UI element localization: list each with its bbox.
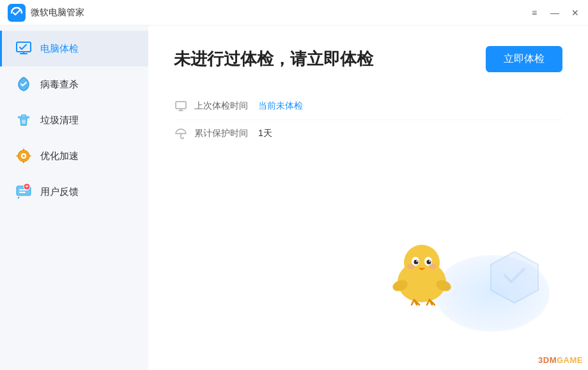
sidebar-item-label-computer-check: 电脑体检 [40, 43, 79, 55]
content-area: 未进行过体检，请立即体检 立即体检 上次体检时间 当前未体检 [148, 26, 588, 370]
sidebar-item-trash-clean[interactable]: 垃圾清理 [0, 102, 148, 138]
content-header: 未进行过体检，请立即体检 立即体检 [174, 46, 562, 72]
menu-button[interactable]: ≡ [529, 8, 539, 18]
svg-point-19 [429, 264, 437, 269]
svg-point-15 [427, 260, 431, 265]
title-bar-controls: ≡ — ✕ [529, 8, 580, 18]
feedback-icon [15, 183, 33, 201]
info-section: 上次体检时间 当前未体检 累计保护时间 1天 [174, 93, 562, 147]
virus-scan-icon [15, 75, 33, 93]
svg-point-14 [414, 260, 419, 265]
svg-point-18 [407, 264, 415, 269]
umbrella-icon [174, 127, 188, 141]
svg-point-11 [404, 245, 440, 281]
sidebar-item-feedback[interactable]: 用户反馈 [0, 174, 148, 210]
monitor-icon [174, 99, 188, 113]
sidebar-item-label-optimize: 优化加速 [40, 150, 79, 162]
optimize-icon [15, 147, 33, 165]
mascot-character [383, 236, 460, 306]
svg-rect-8 [176, 102, 186, 109]
trash-clean-icon [15, 111, 33, 129]
watermark: 3DMGAME [538, 355, 583, 365]
sidebar-item-optimize[interactable]: 优化加速 [0, 138, 148, 174]
sidebar-item-virus-scan[interactable]: 病毒查杀 [0, 66, 148, 102]
app-logo-icon [8, 4, 26, 22]
svg-point-17 [429, 260, 430, 261]
sidebar-item-label-trash-clean: 垃圾清理 [40, 114, 79, 127]
svg-point-16 [416, 260, 417, 261]
sidebar-item-label-virus-scan: 病毒查杀 [40, 79, 79, 91]
computer-check-icon [15, 40, 33, 58]
protect-time-value: 1天 [258, 128, 272, 139]
check-now-button[interactable]: 立即体检 [486, 46, 562, 72]
sidebar-item-computer-check[interactable]: 电脑体检 [0, 31, 148, 66]
shield-hex-icon [486, 249, 543, 306]
title-bar: 微软电脑管家 ≡ — ✕ [0, 0, 588, 26]
svg-rect-2 [18, 116, 29, 118]
protect-time-label: 累计保护时间 [194, 128, 252, 139]
minimize-button[interactable]: — [550, 8, 560, 18]
last-check-row: 上次体检时间 当前未体检 [174, 93, 562, 120]
last-check-label: 上次体检时间 [194, 100, 252, 112]
main-layout: 电脑体检 病毒查杀 垃圾清理 [0, 26, 588, 370]
close-button[interactable]: ✕ [570, 8, 580, 18]
sidebar-item-label-feedback: 用户反馈 [40, 186, 79, 198]
protect-time-row: 累计保护时间 1天 [174, 120, 562, 147]
main-title: 未进行过体检，请立即体检 [174, 48, 373, 70]
last-check-value[interactable]: 当前未体检 [258, 100, 303, 112]
app-title: 微软电脑管家 [31, 7, 84, 19]
title-bar-left: 微软电脑管家 [8, 4, 529, 22]
svg-point-5 [22, 155, 25, 157]
sidebar: 电脑体检 病毒查杀 垃圾清理 [0, 26, 148, 370]
